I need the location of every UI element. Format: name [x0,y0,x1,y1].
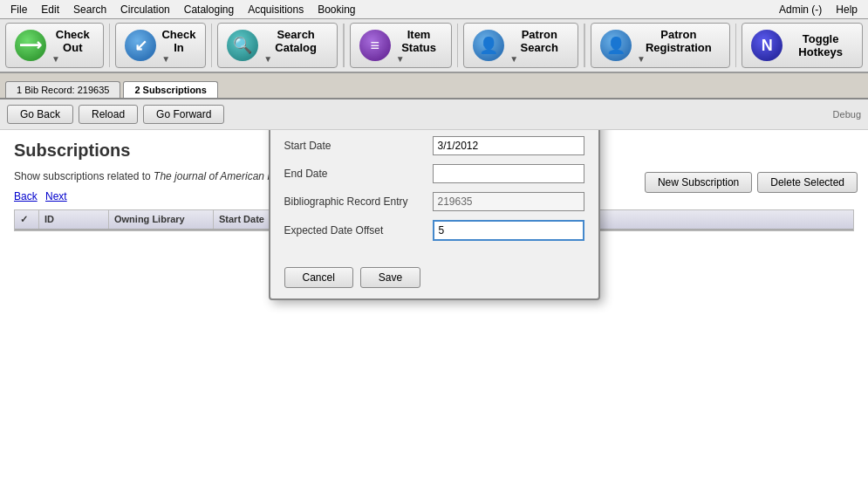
new-subscription-modal: ✕ Owning Library BOYLSTON ROOT BRANCH1 [269,130,600,300]
go-forward-button[interactable]: Go Forward [143,105,224,124]
content-inner: New Subscription Delete Selected Subscri… [0,130,868,242]
item-status-arrow: ▼ [396,54,405,64]
checkin-arrow: ▼ [161,54,170,64]
admin-label: Admin (-) [772,2,829,17]
patron-search-icon: 👤 [473,30,504,61]
menu-help[interactable]: Help [829,2,865,17]
end-date-label: End Date [284,168,433,180]
menubar: File Edit Search Circulation Cataloging … [0,0,868,19]
tab-bib-record[interactable]: 1 Bib Record: 219635 [5,81,120,98]
item-status-button[interactable]: ≡ Item Status ▼ [350,23,452,68]
patron-search-button[interactable]: 👤 Patron Search ▼ [463,23,578,68]
sep-6 [735,24,737,67]
checkout-label: Check Out [51,28,94,54]
modal-footer: Cancel Save [270,260,598,298]
content-area: New Subscription Delete Selected Subscri… [0,130,868,480]
menu-booking[interactable]: Booking [311,2,362,17]
menu-file[interactable]: File [3,2,34,17]
sep-4 [457,24,459,67]
toolbar: ⟶ Check Out ▼ ↙ Check In ▼ 🔍 Search Cata… [0,19,868,73]
bib-record-row: Bibliographic Record Entry [284,192,584,211]
search-catalog-button[interactable]: 🔍 Search Catalog ▼ [217,23,338,68]
menu-circulation[interactable]: Circulation [113,2,177,17]
checkout-icon: ⟶ [15,30,46,61]
bib-record-label: Bibliographic Record Entry [284,195,433,208]
modal-overlay: ✕ Owning Library BOYLSTON ROOT BRANCH1 [0,130,868,242]
patron-registration-arrow: ▼ [637,54,646,64]
toggle-hotkeys-button[interactable]: N Toggle Hotkeys [742,23,863,68]
toggle-hotkeys-icon: N [751,30,783,61]
reload-button[interactable]: Reload [79,105,138,124]
search-catalog-arrow: ▼ [263,54,272,64]
save-button[interactable]: Save [360,267,420,288]
checkin-label: Check In [161,28,195,54]
debug-label: Debug [833,109,861,120]
start-date-input[interactable] [433,136,584,155]
nav-bar: Go Back Reload Go Forward Debug [0,99,868,130]
start-date-row: Start Date [284,136,584,155]
tab-subscriptions[interactable]: 2 Subscriptions [123,81,218,98]
tabbar: 1 Bib Record: 219635 2 Subscriptions [0,73,868,99]
patron-registration-label: Patron Registration [637,28,721,54]
checkin-icon: ↙ [125,30,156,61]
checkin-button[interactable]: ↙ Check In ▼ [115,23,205,68]
sep-3 [343,24,345,67]
end-date-input[interactable] [433,164,584,183]
toggle-hotkeys-label: Toggle Hotkeys [788,32,853,58]
expected-date-offset-row: Expected Date Offset [284,220,584,241]
sep-5 [584,24,585,67]
start-date-label: Start Date [284,140,433,152]
item-status-icon: ≡ [359,30,391,61]
search-catalog-label: Search Catalog [263,28,328,54]
modal-body: Owning Library BOYLSTON ROOT BRANCH1 Sta… [270,130,598,260]
expected-date-offset-label: Expected Date Offset [284,224,433,237]
sep-2 [211,24,213,67]
expected-date-offset-input[interactable] [433,220,584,241]
menu-cataloging[interactable]: Cataloging [177,2,241,17]
sep-1 [109,24,111,67]
patron-search-label: Patron Search [509,28,569,54]
patron-registration-button[interactable]: 👤 Patron Registration ▼ [591,23,730,68]
cancel-button[interactable]: Cancel [284,267,353,288]
end-date-row: End Date [284,164,584,183]
menu-acquisitions[interactable]: Acquisitions [241,2,311,17]
checkout-arrow: ▼ [51,54,60,64]
patron-search-arrow: ▼ [509,54,518,64]
menu-edit[interactable]: Edit [34,2,66,17]
menu-search[interactable]: Search [66,2,113,17]
checkout-button[interactable]: ⟶ Check Out ▼ [5,23,104,68]
patron-registration-icon: 👤 [600,30,632,61]
search-catalog-icon: 🔍 [227,30,258,61]
go-back-button[interactable]: Go Back [7,105,73,124]
bib-record-input[interactable] [433,192,584,211]
item-status-label: Item Status [396,28,442,54]
